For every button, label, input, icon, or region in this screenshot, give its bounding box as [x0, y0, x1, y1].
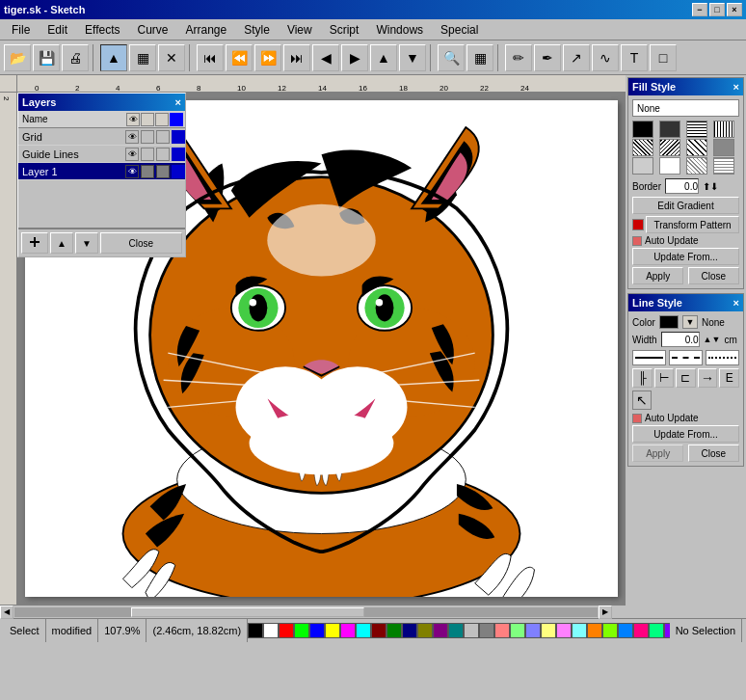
- layer-row-grid[interactable]: Grid 👁: [18, 128, 185, 146]
- palette-color-808080[interactable]: [479, 623, 494, 638]
- palette-color-00ffff[interactable]: [356, 623, 371, 638]
- layer1-type-icon[interactable]: [156, 165, 170, 178]
- palette-color-ff8000[interactable]: [587, 623, 602, 638]
- tool-first[interactable]: ⏮: [197, 44, 224, 71]
- guide-visibility-icon[interactable]: 👁: [125, 148, 139, 161]
- cap-e[interactable]: E: [719, 368, 739, 388]
- palette-color-00ff00[interactable]: [294, 623, 309, 638]
- swatch-gray[interactable]: [713, 139, 734, 156]
- tool-curve-tool[interactable]: ✒: [534, 44, 561, 71]
- grid-lock-icon[interactable]: [141, 130, 154, 144]
- palette-color-ffff80[interactable]: [541, 623, 556, 638]
- line-solid-sample[interactable]: [632, 350, 666, 365]
- palette-color-0080ff[interactable]: [618, 623, 633, 638]
- scroll-right-arrow[interactable]: ▶: [599, 606, 612, 619]
- swatch-lightgray[interactable]: [632, 157, 653, 175]
- layer-add-button[interactable]: [21, 232, 48, 254]
- swatch-white[interactable]: [659, 157, 680, 175]
- color-dropdown-arrow[interactable]: ▼: [682, 315, 698, 329]
- menu-effects[interactable]: Effects: [77, 21, 127, 39]
- palette-color-800000[interactable]: [371, 623, 386, 638]
- tool-down[interactable]: ▼: [399, 44, 426, 71]
- swatch-gray-cross[interactable]: [713, 157, 734, 175]
- tool-pen[interactable]: ✏: [505, 44, 532, 71]
- line-auto-update-checkbox[interactable]: [632, 414, 642, 423]
- fill-close-button[interactable]: Close: [688, 267, 739, 284]
- line-dotted-sample[interactable]: [706, 350, 739, 365]
- edit-gradient-button[interactable]: Edit Gradient: [632, 197, 739, 214]
- swatch-lines-v[interactable]: [713, 121, 734, 138]
- menu-curve[interactable]: Curve: [130, 21, 176, 39]
- horizontal-scrollbar[interactable]: ◀ ▶: [0, 605, 626, 618]
- swatch-black[interactable]: [632, 121, 653, 138]
- fill-apply-button[interactable]: Apply: [632, 267, 683, 284]
- layer-row-1[interactable]: Layer 1 👁: [18, 163, 185, 180]
- line-dashed-sample[interactable]: [669, 350, 703, 365]
- scroll-track-h[interactable]: [14, 607, 598, 617]
- menu-arrange[interactable]: Arrange: [178, 21, 235, 39]
- swatch-hatch-neg45[interactable]: [659, 139, 680, 156]
- palette-color-000080[interactable]: [402, 623, 417, 638]
- palette-color-0000ff[interactable]: [309, 623, 325, 638]
- tool-next2[interactable]: ⏩: [254, 44, 281, 71]
- layer1-lock-icon[interactable]: [141, 165, 154, 178]
- menu-style[interactable]: Style: [236, 21, 278, 39]
- tool-node[interactable]: ↗: [563, 44, 590, 71]
- swatch-lines-h[interactable]: [686, 121, 707, 138]
- scroll-thumb-h[interactable]: [131, 607, 364, 617]
- tool-open[interactable]: 📂: [4, 44, 31, 71]
- palette-color-80ffff[interactable]: [572, 623, 587, 638]
- tool-grid[interactable]: ▦: [466, 44, 493, 71]
- palette-color-ff0080[interactable]: [633, 623, 649, 638]
- line-style-close[interactable]: ×: [733, 297, 739, 309]
- tool-select-box[interactable]: ▦: [129, 44, 156, 71]
- minimize-button[interactable]: −: [692, 3, 707, 16]
- menu-edit[interactable]: Edit: [40, 21, 75, 39]
- swatch-darkgray[interactable]: [659, 121, 680, 138]
- layer-row-guide[interactable]: Guide Lines 👁: [18, 146, 185, 163]
- menu-windows[interactable]: Windows: [368, 21, 431, 39]
- palette-color-00ff80[interactable]: [649, 623, 664, 638]
- tool-text[interactable]: T: [621, 44, 648, 71]
- auto-update-checkbox[interactable]: [632, 236, 642, 246]
- guide-lock-icon[interactable]: [141, 148, 154, 161]
- palette-color-ffff00[interactable]: [325, 623, 340, 638]
- fill-style-close[interactable]: ×: [733, 81, 739, 93]
- guide-type-icon[interactable]: [156, 148, 170, 161]
- line-update-from-button[interactable]: Update From...: [632, 425, 739, 443]
- palette-color-808000[interactable]: [417, 623, 433, 638]
- corner-miter[interactable]: ↖: [632, 390, 652, 410]
- palette-color-ff8080[interactable]: [494, 623, 510, 638]
- swatch-crosshatch[interactable]: [686, 139, 707, 156]
- layer-move-down-button[interactable]: ▼: [75, 232, 98, 254]
- tool-prev2[interactable]: ⏪: [226, 44, 253, 71]
- palette-color-8080ff[interactable]: [525, 623, 541, 638]
- tool-bezier[interactable]: ∿: [592, 44, 619, 71]
- palette-color-ff80ff[interactable]: [556, 623, 572, 638]
- cap-butt[interactable]: ╟: [632, 368, 653, 388]
- transform-pattern-button[interactable]: Transform Pattern: [646, 216, 739, 233]
- tool-save[interactable]: 💾: [33, 44, 60, 71]
- cap-square[interactable]: ⊏: [676, 368, 696, 388]
- grid-type-icon[interactable]: [156, 130, 170, 144]
- layer-close-button[interactable]: Close: [100, 232, 182, 254]
- palette-color-008080[interactable]: [448, 623, 464, 638]
- tool-left[interactable]: ◀: [312, 44, 339, 71]
- grid-visibility-icon[interactable]: 👁: [125, 130, 139, 144]
- border-spinners[interactable]: ⬆⬇: [703, 181, 718, 192]
- menu-file[interactable]: File: [4, 21, 38, 39]
- line-width-input[interactable]: [661, 332, 700, 347]
- palette-color-000000[interactable]: [248, 623, 263, 638]
- layers-close-button[interactable]: ×: [175, 96, 181, 108]
- tool-last[interactable]: ⏭: [283, 44, 310, 71]
- menu-view[interactable]: View: [280, 21, 320, 39]
- palette-color-c0c0c0[interactable]: [464, 623, 479, 638]
- canvas-viewport[interactable]: Layers × Name 👁: [17, 93, 626, 605]
- tool-select[interactable]: ▲: [100, 44, 127, 71]
- palette-color-008000[interactable]: [386, 623, 402, 638]
- cap-arrow[interactable]: →: [698, 368, 718, 388]
- palette-color-80ff80[interactable]: [510, 623, 525, 638]
- palette-color-ff00ff[interactable]: [340, 623, 356, 638]
- tool-print[interactable]: 🖨: [62, 44, 89, 71]
- palette-color-800080[interactable]: [433, 623, 448, 638]
